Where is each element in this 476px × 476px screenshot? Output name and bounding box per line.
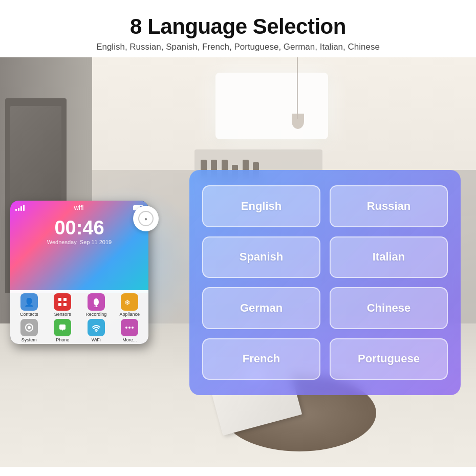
svg-text:❄: ❄ (124, 298, 131, 307)
svg-point-10 (95, 331, 97, 332)
svg-rect-6 (94, 307, 98, 307)
device-apps-grid: 👤ContactsSensorsRecording❄ApplianceSyste… (10, 290, 148, 344)
app-icon-more... (121, 319, 138, 336)
app-icon-system (20, 319, 38, 336)
app-label-recording: Recording (85, 312, 106, 317)
language-selection-panel: EnglishRussianSpanishItalianGermanChines… (189, 170, 461, 395)
svg-rect-0 (58, 298, 61, 301)
lang-button-portuguese[interactable]: Portuguese (330, 338, 448, 380)
svg-rect-3 (63, 303, 67, 306)
app-item-more...[interactable]: More... (114, 319, 146, 342)
app-icon-phone (54, 319, 71, 336)
app-item-contacts[interactable]: 👤Contacts (13, 293, 45, 317)
lang-button-italian[interactable]: Italian (330, 236, 448, 278)
app-label-system: System (21, 337, 37, 342)
ceiling-light-panel (215, 73, 328, 139)
lang-button-german[interactable]: German (202, 287, 320, 329)
device-date: Wednesday Sep 11 2019 (10, 239, 148, 245)
svg-point-12 (128, 327, 131, 329)
lang-button-english[interactable]: English (202, 185, 320, 227)
app-label-contacts: Contacts (20, 312, 38, 317)
page-header: 8 Language Selection English, Russian, S… (0, 0, 476, 57)
app-icon-recording (88, 293, 105, 311)
svg-point-4 (94, 298, 99, 306)
app-icon-appliance: ❄ (121, 293, 138, 311)
page-subtitle: English, Russian, Spanish, French, Portu… (10, 42, 466, 52)
svg-point-9 (28, 326, 31, 329)
lang-button-chinese[interactable]: Chinese (330, 287, 448, 329)
device-time: 00:46 (10, 217, 148, 239)
app-item-recording[interactable]: Recording (80, 293, 112, 317)
app-item-system[interactable]: System (13, 319, 45, 342)
svg-point-11 (125, 327, 127, 329)
app-label-more...: More... (122, 337, 137, 342)
scene: wifi 00:46 Wednesday Sep 11 2019 👤Contac… (0, 57, 476, 467)
page-title: 8 Language Selection (10, 14, 466, 39)
lang-button-russian[interactable]: Russian (330, 185, 448, 227)
sensor-display: ● (138, 211, 154, 226)
status-bar: wifi (10, 201, 148, 214)
app-label-wifi: WiFi (92, 337, 101, 342)
pendant-cord (297, 57, 298, 119)
signal-bar-2 (18, 208, 19, 211)
app-label-appliance: Appliance (119, 312, 140, 317)
app-item-wifi[interactable]: WiFi (80, 319, 112, 342)
app-icon-contacts: 👤 (20, 293, 38, 311)
signal-bar-4 (23, 205, 25, 211)
signal-bar-1 (15, 209, 17, 211)
pendant-shade (292, 114, 304, 129)
signal-indicator (15, 205, 25, 211)
wall-sensor-device: ● (133, 206, 159, 231)
app-label-sensors: Sensors (54, 312, 71, 317)
app-icon-wifi (88, 319, 105, 336)
signal-bar-3 (20, 206, 22, 211)
app-item-sensors[interactable]: Sensors (47, 293, 79, 317)
smart-home-device: wifi 00:46 Wednesday Sep 11 2019 👤Contac… (10, 201, 148, 344)
app-label-phone: Phone (56, 337, 69, 342)
lang-button-french[interactable]: French (202, 338, 320, 380)
device-screen: wifi 00:46 Wednesday Sep 11 2019 (10, 201, 148, 293)
svg-rect-2 (58, 303, 61, 306)
app-item-phone[interactable]: Phone (47, 319, 79, 342)
app-icon-sensors (54, 293, 71, 311)
svg-rect-1 (63, 298, 67, 301)
svg-point-13 (132, 327, 134, 329)
wifi-icon: wifi (74, 204, 84, 211)
lang-button-spanish[interactable]: Spanish (202, 236, 320, 278)
app-item-appliance[interactable]: ❄Appliance (114, 293, 146, 317)
